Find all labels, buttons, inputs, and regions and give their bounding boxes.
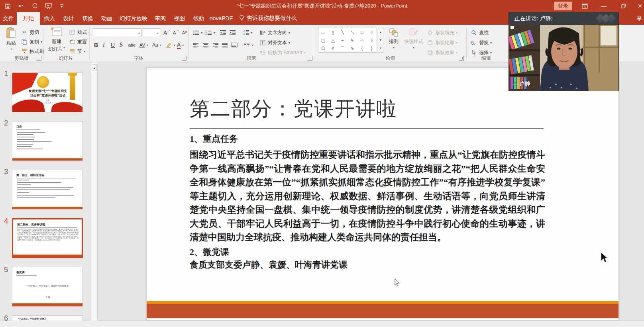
font-name-combo[interactable]: ▾ [93,28,141,37]
bullets-button[interactable]: ▾ [193,28,202,37]
minimize-button[interactable]: — [597,0,611,12]
slide-thumbnail-3[interactable]: 第一部分、组织生活会 [12,170,83,210]
text-direction-button[interactable]: A 文字方向▾ [259,28,290,37]
shape-arrow-right[interactable]: ⇨ [357,36,367,44]
font-size-combo[interactable]: ▾ [143,28,160,37]
change-case-button[interactable]: Aa▾ [152,41,161,49]
tab-home[interactable]: 开始 [17,12,40,25]
meeting-video-panel[interactable]: 正在讲话: 卢静; [509,12,619,91]
font-color-button[interactable]: A▾ [177,41,184,49]
slide-thumbnail-6[interactable]: “不忘初心、牢记使命”的含义 [12,315,83,321]
tab-file[interactable]: 文件 [0,12,17,25]
tab-insert[interactable]: 插入 [40,12,59,25]
slide-heading-2[interactable]: 2、微党课 [190,246,229,258]
tab-novapdf[interactable]: novaPDF [208,12,234,25]
shape-arc[interactable]: ⌒ [338,44,348,52]
shape-rounded-rect[interactable]: ▢ [318,36,328,44]
thumbnail-scrollbar[interactable] [91,63,97,321]
close-button[interactable]: ✕ [636,0,644,12]
clear-formatting-button[interactable]: A [182,28,187,37]
shape-oval[interactable]: ○ [367,28,377,36]
arrange-button[interactable]: 排列 ▾ [385,28,402,49]
underline-button[interactable]: U [111,41,115,49]
numbering-button[interactable]: ▾ [206,28,215,37]
replace-button[interactable]: abac 替换▾ [470,38,492,47]
align-right-button[interactable] [212,41,218,49]
quick-styles-button[interactable]: 快速样式 ▾ [403,28,424,49]
slide-thumbnail-2[interactable]: 目录 [12,121,83,161]
tab-review[interactable]: 审阅 [151,12,170,25]
layout-button[interactable]: 版式▾ [69,28,90,37]
shape-vtextbox[interactable]: ▯ [328,28,338,36]
ribbon-display-options-icon[interactable] [578,0,591,12]
shape-arrow-down[interactable]: ⇩ [367,36,377,44]
highlight-pen-button[interactable]: ▾ [166,41,175,49]
character-spacing-button[interactable]: AV▾ [139,41,148,49]
decrease-indent-button[interactable] [220,28,226,37]
tab-animations[interactable]: 动画 [97,12,116,25]
shape-line[interactable]: ╲ [338,28,348,36]
align-left-button[interactable] [193,41,199,49]
slide-body-text[interactable]: 围绕习近平总书记关于疫情防控重要讲话和指示批示精神，重点从“让党旗在防控疫情斗争… [190,148,545,245]
tab-transitions[interactable]: 切换 [78,12,97,25]
shape-arrow-line[interactable]: ⤡ [348,28,357,36]
reset-button[interactable]: 重置 [69,37,87,46]
tab-design[interactable]: 设计 [59,12,78,25]
shape-scroll-up-icon[interactable]: ▲ [378,28,383,36]
shape-elbow[interactable]: ⌐ [338,36,348,44]
format-painter-button[interactable]: 格式刷 [21,47,44,56]
thumbnail-scroll-up-icon[interactable]: ▲ [92,65,97,71]
justify-button[interactable] [222,41,228,49]
shape-brace-left[interactable]: { [357,44,367,52]
shape-textbox[interactable]: ▭ [318,28,328,36]
clipboard-dialog-launcher[interactable] [37,56,41,61]
restore-button[interactable] [617,0,630,12]
paragraph-dialog-launcher[interactable] [308,56,312,61]
text-shadow-button[interactable]: S [120,41,123,49]
slide-speakers-line[interactable]: 食质支部支委卢静、袁媛、叶海青讲党课 [190,259,348,271]
shape-elbow-arrow[interactable]: ↳ [348,36,357,44]
find-button[interactable]: 查找 [470,28,489,37]
slide-thumbnail-5[interactable]: 微党课 “不忘初心、牢记使命”，做新时代合格教师 卢 静 [12,267,83,307]
align-text-button[interactable]: 对齐文本▾ [259,38,290,47]
shape-fill-button[interactable]: 形状填充▾ [426,28,457,37]
shrink-font-button[interactable]: Aˇ [173,28,179,37]
share-button-cutoff[interactable]: 享 [636,15,642,22]
shape-gallery-more-icon[interactable]: ⊽ [378,44,383,52]
slide-thumbnail-1[interactable]: 食质支部“七一”专题组织生 活会和“党课开讲啦”活动 卢静 二〇二〇年六月三十日 [12,72,83,112]
tab-slideshow[interactable]: 幻灯片放映 [116,12,151,25]
shape-curve[interactable]: ∿ [348,44,357,52]
tab-help[interactable]: 帮助 [189,12,208,25]
bold-button[interactable]: B [94,41,98,49]
tell-me-box[interactable]: 告诉我你想要做什么 [239,12,297,25]
shape-triangle[interactable]: △ [328,36,338,44]
distribute-button[interactable] [231,41,238,49]
shape-scroll-down-icon[interactable]: ▼ [378,36,383,44]
shape-brace-right[interactable]: } [367,44,377,52]
section-button[interactable]: 节▾ [69,47,85,56]
tab-view[interactable]: 视图 [170,12,189,25]
login-button[interactable]: 登录 [554,2,572,10]
shape-gallery[interactable]: ▭ ▯ ╲ ⤡ □ ○ ▢ △ ⌐ ↳ ⇨ ⇩ ⬠ ✐ ⌒ ∿ { } [318,28,377,53]
columns-button[interactable]: ▾ [244,41,253,49]
cut-button[interactable]: ✂ 剪切 [21,28,39,37]
shape-gallery-scroll[interactable]: ▲ ▼ ⊽ [378,28,383,53]
italic-button[interactable]: I [103,41,105,49]
shape-freeform[interactable]: ⬠ [318,44,328,52]
shape-outline-button[interactable]: 形状轮廓▾ [426,38,457,47]
paste-button[interactable]: 粘贴 ▾ [3,27,19,51]
shape-rectangle[interactable]: □ [357,28,367,36]
grow-font-button[interactable]: Aˆ [163,28,170,37]
align-center-button[interactable] [202,41,209,49]
current-slide[interactable]: 第二部分：党课开讲啦 1、重点任务 围绕习近平总书记关于疫情防控重要讲话和指示批… [146,67,619,321]
slide-title-text[interactable]: 第二部分：党课开讲啦 [190,96,580,122]
strikethrough-button[interactable]: abc [128,41,135,49]
line-spacing-button[interactable]: ▾ [243,28,252,37]
new-slide-button[interactable]: 新建 幻灯片▾ [46,27,67,53]
slide-heading-1[interactable]: 1、重点任务 [190,133,238,145]
font-dialog-launcher[interactable] [182,56,187,61]
drawing-dialog-launcher[interactable] [459,56,464,61]
slide-thumbnail-4[interactable]: 第二部分、党课开讲啦 围绕习近平总书记关于疫情防控重要讲话和指示批示精神，重点从… [12,218,83,258]
increase-indent-button[interactable] [230,28,236,37]
copy-button[interactable]: 复制▾ [21,37,42,46]
